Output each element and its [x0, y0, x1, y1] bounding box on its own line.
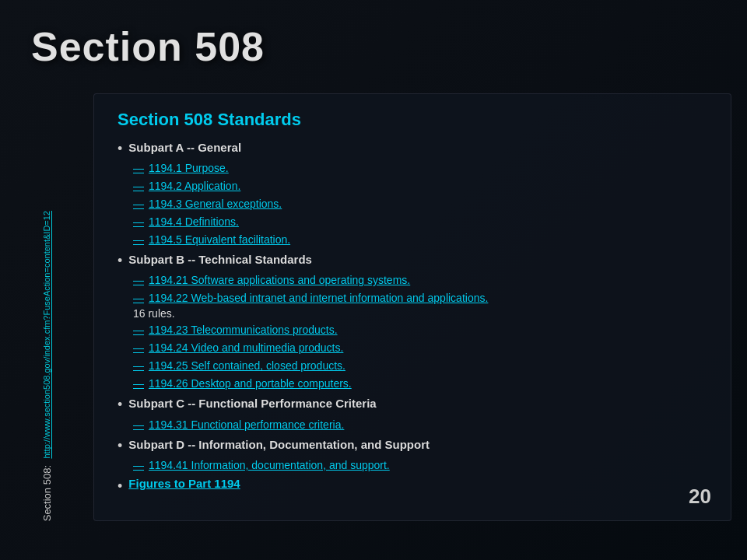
sidebar-label: Section 508:: [41, 465, 53, 521]
link-1194-1[interactable]: 1194.1 Purpose.: [133, 160, 707, 177]
link-1194-5[interactable]: 1194.5 Equivalent facilitation.: [133, 232, 707, 248]
subpart-a-item: • Subpart A -- General 1194.1 Purpose. 1…: [117, 139, 707, 248]
list-item: 1194.25 Self contained, closed products.: [133, 358, 707, 374]
bullet-dot-a: •: [117, 139, 122, 159]
subpart-d-label: Subpart D -- Information, Documentation,…: [128, 436, 430, 454]
subpart-b-label: Subpart B -- Technical Standards: [128, 251, 312, 269]
rules-note: 16 rules.: [133, 307, 175, 320]
link-1194-25[interactable]: 1194.25 Self contained, closed products.: [133, 358, 707, 374]
list-item: 1194.41 Information, documentation, and …: [133, 457, 707, 474]
bullet-dot-figures: •: [117, 477, 122, 496]
list-item: 1194.26 Desktop and portable computers.: [133, 376, 707, 392]
sidebar-url[interactable]: http://www.section508.gov/index.cfm?Fuse…: [42, 211, 51, 459]
page-number: 20: [689, 485, 711, 509]
slide-header: Section 508: [0, 0, 747, 78]
list-item: 1194.3 General exceptions.: [133, 196, 707, 212]
content-panel: Section 508 Standards • Subpart A -- Gen…: [93, 93, 731, 521]
slide: Section 508 http://www.section508.gov/in…: [0, 0, 747, 560]
list-item: 1194.2 Application.: [133, 178, 707, 194]
list-item: 1194.31 Functional performance criteria.: [133, 417, 707, 433]
subpart-b-item: • Subpart B -- Technical Standards 1194.…: [117, 251, 707, 392]
list-item: 1194.4 Definitions.: [133, 214, 707, 230]
bullet-dot-c: •: [117, 395, 122, 415]
list-item: 1194.24 Video and multimedia products.: [133, 340, 707, 356]
link-1194-24[interactable]: 1194.24 Video and multimedia products.: [133, 340, 707, 356]
main-list: • Subpart A -- General 1194.1 Purpose. 1…: [117, 139, 707, 496]
slide-title: Section 508: [31, 23, 716, 70]
slide-body: http://www.section508.gov/index.cfm?Fuse…: [0, 78, 747, 560]
link-1194-22[interactable]: 1194.22 Web-based intranet and internet …: [133, 290, 707, 306]
figures-item: • Figures to Part 1194: [117, 477, 707, 496]
list-item: 1194.1 Purpose.: [133, 160, 707, 177]
subpart-a-label: Subpart A -- General: [128, 139, 241, 157]
link-1194-21[interactable]: 1194.21 Software applications and operat…: [133, 272, 707, 289]
link-1194-4[interactable]: 1194.4 Definitions.: [133, 214, 707, 230]
subpart-c-item: • Subpart C -- Functional Performance Cr…: [117, 395, 707, 432]
bullet-dot-b: •: [117, 251, 122, 271]
link-1194-41[interactable]: 1194.41 Information, documentation, and …: [133, 457, 707, 474]
link-1194-3[interactable]: 1194.3 General exceptions.: [133, 196, 707, 212]
list-item: 1194.21 Software applications and operat…: [133, 272, 707, 289]
subpart-d-item: • Subpart D -- Information, Documentatio…: [117, 436, 707, 474]
subpart-d-list: 1194.41 Information, documentation, and …: [133, 457, 707, 474]
list-item: 1194.22 Web-based intranet and internet …: [133, 290, 707, 320]
figures-link[interactable]: Figures to Part 1194: [128, 477, 240, 490]
list-item: 1194.23 Telecommunications products.: [133, 322, 707, 338]
content-heading: Section 508 Standards: [117, 110, 707, 130]
link-1194-31[interactable]: 1194.31 Functional performance criteria.: [133, 417, 707, 433]
link-1194-2[interactable]: 1194.2 Application.: [133, 178, 707, 194]
sidebar: http://www.section508.gov/index.cfm?Fuse…: [0, 86, 93, 552]
list-item: 1194.5 Equivalent facilitation.: [133, 232, 707, 248]
subpart-c-list: 1194.31 Functional performance criteria.: [133, 417, 707, 433]
subpart-a-list: 1194.1 Purpose. 1194.2 Application. 1194…: [133, 160, 707, 248]
bullet-dot-d: •: [117, 436, 122, 456]
link-1194-23[interactable]: 1194.23 Telecommunications products.: [133, 322, 707, 338]
subpart-b-list: 1194.21 Software applications and operat…: [133, 272, 707, 392]
link-1194-26[interactable]: 1194.26 Desktop and portable computers.: [133, 376, 707, 392]
subpart-c-label: Subpart C -- Functional Performance Crit…: [128, 395, 376, 413]
